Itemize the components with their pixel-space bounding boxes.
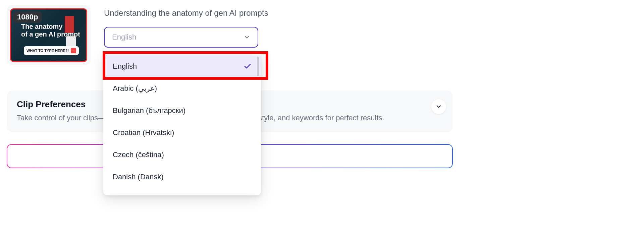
language-option-label: English [113, 62, 137, 71]
thumbnail-title-line: The anatomy [21, 23, 62, 30]
thumbnail-caption-text: WHAT TO TYPE HERE?! [26, 49, 69, 53]
language-option[interactable]: Arabic (عربي) [103, 77, 261, 100]
chevron-down-icon [244, 34, 250, 41]
language-option-label: Danish (Dansk) [113, 173, 164, 181]
scrollbar-thumb[interactable] [257, 57, 259, 76]
thumbnail-title: The anatomy of a gen AI prompt [21, 23, 80, 38]
language-option-label: Bulgarian (български) [113, 106, 185, 115]
language-option[interactable]: Croatian (Hrvatski) [103, 122, 261, 144]
language-option[interactable]: Bulgarian (български) [103, 100, 261, 122]
resolution-badge: 1080p [13, 11, 42, 23]
language-option-label: Croatian (Hrvatski) [113, 128, 174, 137]
check-icon [244, 62, 252, 70]
video-thumbnail-container: 1080p The anatomy of a gen AI prompt WHA… [7, 5, 91, 65]
language-option[interactable]: English [103, 55, 261, 77]
expand-toggle[interactable] [431, 99, 446, 114]
video-thumbnail[interactable]: 1080p The anatomy of a gen AI prompt WHA… [10, 8, 87, 62]
language-select[interactable]: English [104, 27, 258, 48]
language-dropdown: EnglishArabic (عربي)Bulgarian (български… [103, 52, 261, 195]
language-option[interactable]: Danish (Dansk) [103, 166, 261, 188]
chevron-down-icon [435, 103, 442, 110]
thumbnail-caption-pill: WHAT TO TYPE HERE?! → [24, 46, 79, 55]
language-option-label: Czech (čeština) [113, 150, 164, 159]
language-option-label: Arabic (عربي) [113, 84, 157, 93]
language-select-value: English [112, 33, 136, 42]
arrow-right-icon: → [71, 48, 76, 53]
language-option[interactable]: Czech (čeština) [103, 144, 261, 166]
thumbnail-title-line: of a gen AI prompt [21, 30, 80, 38]
video-title: Understanding the anatomy of gen AI prom… [104, 8, 268, 18]
